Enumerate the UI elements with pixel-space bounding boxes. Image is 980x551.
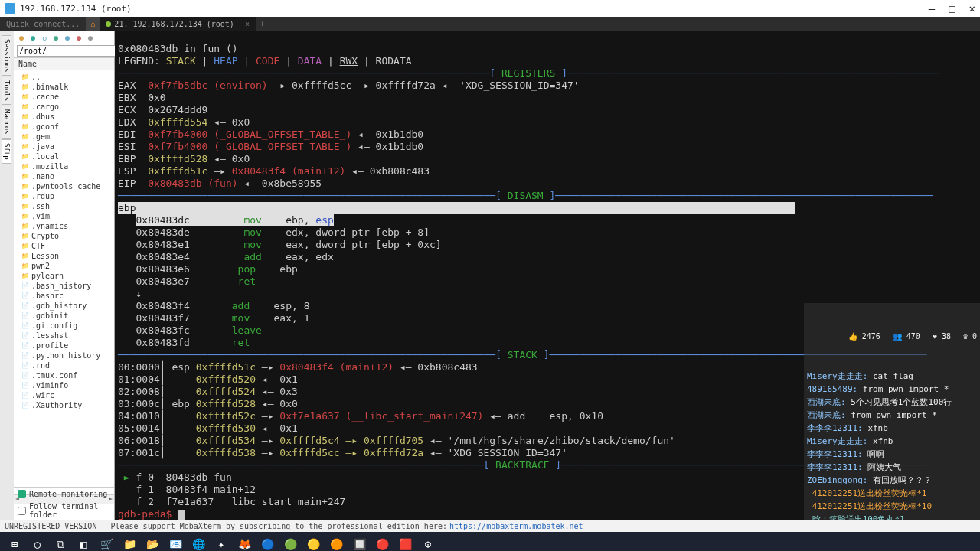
taskbar-icon[interactable]: 🟥 [395, 534, 415, 551]
sftp-tool-icon[interactable]: ● [51, 33, 60, 42]
file-item[interactable]: .nano [14, 171, 114, 181]
maximize-button[interactable]: □ [949, 2, 955, 15]
follow-checkbox[interactable] [18, 507, 26, 515]
path-input[interactable] [17, 45, 119, 57]
taskbar-icon[interactable]: 🔵 [257, 534, 277, 551]
chat-line: 李李李12311: xfnb [807, 422, 977, 435]
remote-monitor-toggle[interactable]: Remote monitoring [14, 487, 114, 500]
stream-overlay: 👍 2476👥 470❤ 38♛ 0 Misery走走走: cat flag48… [804, 303, 980, 520]
file-item[interactable]: .wirc [14, 390, 114, 400]
close-button[interactable]: ✕ [969, 2, 975, 15]
file-item[interactable]: .gdbinit [14, 311, 114, 321]
file-item[interactable]: .python_history [14, 350, 114, 360]
vtab-tools[interactable]: Tools [2, 77, 11, 105]
file-item[interactable]: .ynamics [14, 221, 114, 231]
sftp-tool-icon[interactable]: ● [28, 33, 38, 42]
location-line: 0x080483db in fun () [118, 43, 238, 54]
tab-bar: Quick connect... ⌂ 21. 192.168.172.134 (… [0, 17, 980, 31]
chat-line: Misery走走走: cat flag [807, 370, 977, 383]
vtab-sftp[interactable]: Sftp [2, 139, 11, 164]
file-item[interactable]: Crypto [14, 231, 114, 241]
vtab-macros[interactable]: Macros [2, 106, 11, 139]
home-tab[interactable]: ⌂ [86, 17, 100, 31]
file-item[interactable]: pwn2 [14, 261, 114, 271]
taskbar-icon[interactable]: ◧ [74, 534, 93, 551]
status-bar: UNREGISTERED VERSION – Please support Mo… [0, 520, 980, 532]
file-item[interactable]: CTF [14, 241, 114, 251]
file-item[interactable]: .ssh [14, 201, 114, 211]
file-item[interactable]: .gem [14, 132, 114, 142]
stream-chat: Misery走走走: cat flag489165489: from pwn i… [807, 370, 977, 520]
taskbar-icon[interactable]: 🟠 [326, 534, 346, 551]
terminal[interactable]: 0x080483db in fun () LEGEND: STACK | HEA… [115, 31, 980, 520]
chat-line: 晗：笑脸送出100鱼丸*1 [807, 513, 977, 520]
status-link[interactable]: https://mobaxterm.mobatek.net [449, 522, 583, 530]
file-item[interactable]: .gconf [14, 122, 114, 132]
taskbar-icon[interactable]: ✦ [211, 534, 231, 551]
file-item[interactable]: .cargo [14, 102, 114, 112]
taskbar-icon[interactable]: 🟡 [303, 534, 323, 551]
file-item[interactable]: .binwalk [14, 82, 114, 92]
taskbar-icon[interactable]: 📧 [165, 534, 185, 551]
taskbar-icon[interactable]: ⚙ [418, 534, 438, 551]
file-item[interactable]: .lesshst [14, 331, 114, 341]
file-item[interactable]: .local [14, 152, 114, 161]
system-clock[interactable] [972, 540, 975, 549]
file-item[interactable]: .rdup [14, 191, 114, 201]
sftp-tool-icon[interactable]: ↻ [40, 33, 49, 42]
windows-taskbar: ⊞○⧉◧🛒📁📂📧🌐✦🦊🔵🟢🟡🟠🔲🔴🟥⚙ [0, 532, 980, 551]
chat-line: 412012251送出粉丝荧光棒*1 [807, 487, 977, 500]
taskbar-icon[interactable]: 🔴 [372, 534, 392, 551]
file-item[interactable]: .pwntools-cache [14, 181, 114, 191]
file-item[interactable]: .java [14, 142, 114, 152]
new-tab-button[interactable]: + [256, 20, 270, 28]
quick-connect[interactable]: Quick connect... [0, 20, 86, 28]
session-tab[interactable]: 21. 192.168.172.134 (root) × [100, 17, 256, 31]
tab-label: 21. 192.168.172.134 (root) [114, 20, 234, 28]
chat-line: 西湖未底: 5个习见思考1个蓝数100行 [807, 396, 977, 409]
chat-line: 西湖未底: from pwn import * [807, 409, 977, 422]
file-item[interactable]: .bashrc [14, 291, 114, 301]
taskbar-icon[interactable]: ○ [28, 534, 47, 551]
file-item[interactable]: .vim [14, 211, 114, 221]
taskbar-icon[interactable]: 🔲 [349, 534, 369, 551]
file-item[interactable]: pylearn [14, 271, 114, 281]
registers-section: EAX 0xf7fb5dbc (environ) —▸ 0xffffd5cc —… [118, 80, 977, 190]
status-dot-icon [106, 21, 111, 27]
taskbar-icon[interactable]: ⧉ [51, 534, 70, 551]
taskbar-icon[interactable]: 📂 [142, 534, 162, 551]
sftp-tool-icon[interactable]: ● [17, 33, 26, 42]
app-titlebar: 192.168.172.134 (root) — □ ✕ [0, 0, 980, 17]
file-item[interactable]: .rnd [14, 360, 114, 370]
file-item[interactable]: .tmux.conf [14, 370, 114, 380]
taskbar-icon[interactable]: 🛒 [96, 534, 116, 551]
file-item[interactable]: .Xauthority [14, 400, 114, 410]
status-msg: UNREGISTERED VERSION – Please support Mo… [5, 522, 447, 530]
file-item[interactable]: .mozilla [14, 161, 114, 171]
tab-close-icon[interactable]: × [245, 20, 250, 28]
column-header-name[interactable]: Name [14, 57, 114, 70]
file-item[interactable]: .profile [14, 341, 114, 350]
taskbar-icon[interactable]: ⊞ [5, 534, 24, 551]
stat: ♛ 0 [963, 331, 977, 343]
taskbar-icon[interactable]: 📁 [119, 534, 139, 551]
file-item[interactable]: .bash_history [14, 281, 114, 291]
sftp-tool-icon[interactable]: ● [63, 33, 72, 42]
vtab-sessions[interactable]: Sessions [2, 35, 11, 76]
file-item[interactable]: .viminfo [14, 380, 114, 390]
stat: 👥 470 [893, 331, 920, 343]
taskbar-icon[interactable]: 🟢 [280, 534, 300, 551]
taskbar-icon[interactable]: 🦊 [234, 534, 254, 551]
sftp-tool-icon[interactable]: ● [74, 33, 83, 42]
file-item[interactable]: .gitconfig [14, 321, 114, 331]
file-item[interactable]: .gdb_history [14, 301, 114, 311]
minimize-button[interactable]: — [929, 2, 935, 15]
file-item[interactable]: .. [14, 72, 114, 82]
file-item[interactable]: .dbus [14, 112, 114, 122]
monitor-icon [18, 490, 26, 498]
file-list: ...binwalk.cache.cargo.dbus.gconf.gem.ja… [14, 70, 114, 412]
file-item[interactable]: Lesson [14, 251, 114, 261]
sftp-tool-icon[interactable]: ● [86, 33, 95, 42]
file-item[interactable]: .cache [14, 92, 114, 102]
taskbar-icon[interactable]: 🌐 [188, 534, 208, 551]
